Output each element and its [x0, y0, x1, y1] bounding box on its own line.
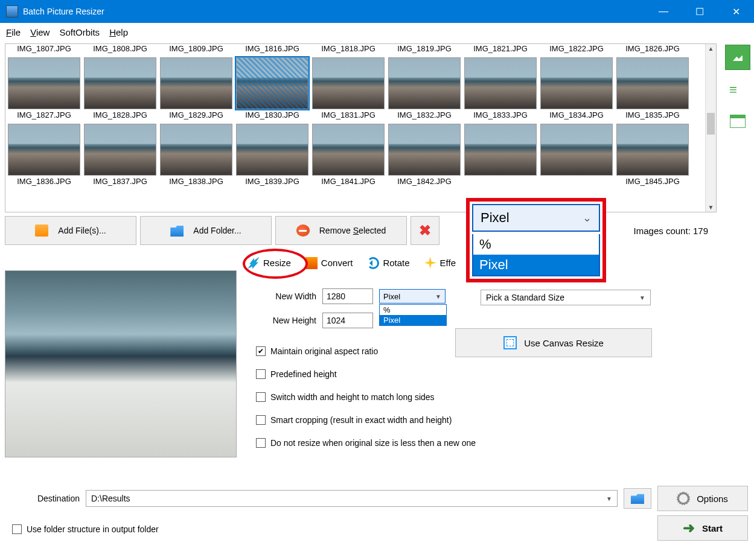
standard-size-value: Pick a Standard Size: [486, 293, 564, 302]
width-unit-combo[interactable]: Pixel ▼ % Pixel: [379, 289, 446, 304]
use-folder-structure-checkbox[interactable]: [12, 524, 22, 534]
picture-icon: [35, 224, 48, 237]
maintain-ratio-checkbox[interactable]: [256, 346, 266, 356]
thumbnail-image: [236, 57, 308, 109]
thumbnail-item[interactable]: IMG_1835.JPG: [615, 57, 690, 122]
standard-size-combo[interactable]: Pick a Standard Size ▼: [481, 290, 651, 305]
menu-softorbits[interactable]: SoftOrbits: [59, 27, 100, 37]
remove-all-button[interactable]: ✖: [411, 216, 439, 245]
tab-rotate[interactable]: Rotate: [361, 253, 415, 273]
browse-folder-button[interactable]: [624, 488, 651, 509]
effects-icon: [424, 257, 436, 269]
window-title: Batch Picture Resizer: [23, 7, 104, 16]
thumbnail-item[interactable]: IMG_1821.JPG: [463, 44, 538, 56]
switch-sides-checkbox[interactable]: [256, 392, 266, 402]
thumbnail-item[interactable]: IMG_1816.JPG: [235, 44, 310, 56]
thumbnail-item[interactable]: IMG_1832.JPG: [387, 57, 462, 122]
magnify-option-pixel: Pixel: [473, 255, 599, 275]
remove-selected-button[interactable]: Remove Selected: [275, 216, 407, 245]
view-list-button[interactable]: [729, 86, 746, 99]
magnify-list: % Pixel: [472, 234, 600, 276]
destination-combo[interactable]: D:\Results ▼: [86, 490, 618, 507]
canvas-icon: [503, 336, 517, 349]
scroll-up-icon[interactable]: ▲: [708, 45, 714, 52]
thumbnail-scrollbar[interactable]: ▲ ▼: [705, 44, 716, 212]
options-button[interactable]: Options: [657, 486, 748, 511]
bottom-panel: Destination D:\Results ▼ Options Use fol…: [0, 488, 754, 541]
minimize-button[interactable]: —: [645, 0, 682, 23]
thumbnail-item[interactable]: IMG_1831.JPG: [311, 57, 386, 122]
thumbnails-icon: [731, 52, 744, 63]
thumbnail-item[interactable]: [463, 124, 538, 189]
add-folder-button[interactable]: Add Folder...: [140, 216, 272, 245]
menu-help[interactable]: Help: [109, 27, 128, 37]
thumbnail-item[interactable]: IMG_1809.JPG: [159, 44, 234, 56]
tab-convert[interactable]: Convert: [299, 253, 359, 273]
thumbnail-label: IMG_1822.JPG: [549, 44, 604, 53]
thumbnail-item[interactable]: [539, 124, 614, 189]
thumbnail-image: [616, 124, 689, 176]
unit-option-pixel[interactable]: Pixel: [380, 315, 446, 325]
thumbnail-item[interactable]: IMG_1838.JPG: [159, 124, 234, 189]
width-input[interactable]: [322, 288, 373, 304]
start-button[interactable]: ➜ Start: [657, 515, 748, 541]
thumbnail-image: [540, 124, 613, 176]
grid-icon: [730, 115, 746, 128]
menu-view[interactable]: View: [30, 27, 50, 37]
tab-convert-label: Convert: [321, 258, 353, 268]
thumbnail-item[interactable]: IMG_1818.JPG: [311, 44, 386, 56]
no-upscale-label: Do not resize when original size is less…: [270, 438, 476, 448]
canvas-resize-label: Use Canvas Resize: [524, 338, 604, 348]
chevron-down-icon: ▼: [639, 294, 645, 301]
menu-file[interactable]: File: [6, 27, 21, 37]
thumbnail-item[interactable]: IMG_1829.JPG: [159, 57, 234, 122]
thumbnail-item[interactable]: IMG_1839.JPG: [235, 124, 310, 189]
canvas-resize-button[interactable]: Use Canvas Resize: [455, 328, 652, 357]
maximize-button[interactable]: ☐: [682, 0, 718, 23]
view-mode-sidebar: [721, 41, 754, 488]
thumbnail-label: IMG_1839.JPG: [245, 177, 299, 186]
height-input[interactable]: [322, 313, 373, 328]
chevron-down-icon: ▼: [435, 293, 441, 300]
chevron-down-icon: ⌄: [583, 211, 592, 224]
convert-icon: [305, 257, 318, 269]
thumbnail-item[interactable]: IMG_1826.JPG: [615, 44, 690, 56]
tab-effects[interactable]: Effe: [418, 253, 462, 273]
width-unit-value: Pixel: [383, 292, 400, 301]
thumbnail-item[interactable]: IMG_1834.JPG: [539, 57, 614, 122]
thumbnail-item[interactable]: IMG_1845.JPG: [615, 124, 690, 189]
no-upscale-checkbox[interactable]: [256, 438, 266, 448]
thumbnail-item[interactable]: IMG_1842.JPG: [387, 124, 462, 189]
view-details-button[interactable]: [730, 115, 746, 128]
close-button[interactable]: ✕: [718, 0, 754, 23]
add-files-button[interactable]: Add File(s)...: [5, 216, 136, 245]
unit-option-percent[interactable]: %: [380, 305, 446, 315]
smart-crop-label: Smart cropping (result in exact width an…: [270, 415, 452, 425]
thumbnail-label: IMG_1809.JPG: [169, 44, 223, 53]
scroll-handle[interactable]: [707, 113, 715, 135]
thumbnail-panel: IMG_1807.JPGIMG_1808.JPGIMG_1809.JPGIMG_…: [5, 43, 717, 212]
thumbnail-label: IMG_1834.JPG: [549, 110, 604, 119]
thumbnail-scroll[interactable]: IMG_1807.JPGIMG_1808.JPGIMG_1809.JPGIMG_…: [5, 44, 705, 212]
thumbnail-item[interactable]: IMG_1808.JPG: [83, 44, 158, 56]
thumbnail-label: IMG_1830.JPG: [245, 110, 299, 119]
thumbnail-item[interactable]: IMG_1836.JPG: [7, 124, 81, 189]
thumbnail-item[interactable]: IMG_1833.JPG: [463, 57, 538, 122]
thumbnail-item[interactable]: IMG_1819.JPG: [387, 44, 462, 56]
magnify-combo-value: Pixel: [481, 210, 510, 226]
thumbnail-label: IMG_1818.JPG: [321, 44, 375, 53]
tab-resize[interactable]: Resize: [241, 253, 297, 273]
thumbnail-item[interactable]: IMG_1837.JPG: [83, 124, 158, 189]
smart-crop-checkbox[interactable]: [256, 415, 266, 425]
scroll-down-icon[interactable]: ▼: [708, 204, 714, 211]
thumbnail-item[interactable]: IMG_1841.JPG: [311, 124, 386, 189]
thumbnail-item[interactable]: IMG_1828.JPG: [83, 57, 158, 122]
thumbnail-item[interactable]: IMG_1807.JPG: [7, 44, 81, 56]
thumbnail-image: [8, 124, 80, 176]
view-thumbnails-button[interactable]: [725, 45, 750, 70]
thumbnail-item[interactable]: IMG_1822.JPG: [539, 44, 614, 56]
thumbnail-item[interactable]: IMG_1827.JPG: [7, 57, 81, 122]
thumbnail-item[interactable]: IMG_1830.JPG: [235, 57, 310, 122]
thumbnail-image: [160, 124, 232, 176]
predefined-height-checkbox[interactable]: [256, 369, 266, 379]
